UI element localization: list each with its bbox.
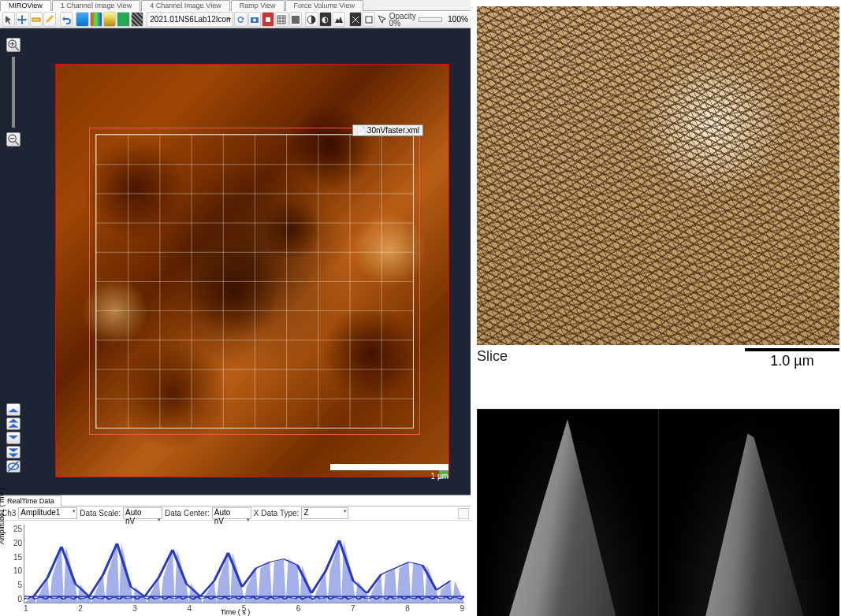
datascale-dropdown[interactable]: Auto nV <box>123 507 162 519</box>
flip-icon[interactable]: ◐ <box>319 12 332 27</box>
levels-icon[interactable] <box>333 12 345 27</box>
palette-3-icon[interactable] <box>103 12 116 27</box>
svg-rect-4 <box>277 16 285 24</box>
channel-dropdown[interactable]: Amplitude1 <box>18 507 77 519</box>
plot-ylabel: Amplitude1 ( mV ) <box>0 487 6 544</box>
zoom-in-button[interactable] <box>6 38 20 52</box>
nav-down-fast-icon[interactable] <box>6 446 20 458</box>
svg-point-2 <box>253 18 256 21</box>
svg-rect-5 <box>292 16 300 24</box>
microscopy-image: Slice 1.0 µm <box>477 6 841 369</box>
view-tabs: MIROView 1 Channel Image View 4 Channel … <box>0 0 471 11</box>
sem-tip-image-1 <box>477 409 658 616</box>
realtime-panel: RealTime Data Ch3 Amplitude1 Data Scale:… <box>0 495 471 616</box>
pointer-tool-icon[interactable] <box>2 12 15 27</box>
plot-canvas <box>24 525 464 603</box>
zoom-percent-label: 100% <box>448 15 468 24</box>
scan-file-label: 30nVfaster.xml <box>367 126 419 135</box>
svg-rect-0 <box>32 18 40 21</box>
datascale-label: Data Scale: <box>80 509 121 518</box>
realtime-tab[interactable]: RealTime Data <box>0 495 61 507</box>
pencil-tool-icon[interactable] <box>43 12 56 27</box>
plot-yticks: 2520151050 <box>8 525 22 603</box>
xdatatype-dropdown[interactable]: Z <box>301 507 348 519</box>
visibility-toggle-icon[interactable] <box>6 460 20 473</box>
layers-icon[interactable] <box>363 12 375 27</box>
grid-icon[interactable] <box>275 12 288 27</box>
file-selector-dropdown[interactable]: 2021.01NS6Lab12Icon <box>147 12 233 27</box>
datacenter-label: Data Center: <box>165 509 210 518</box>
nav-down-icon[interactable] <box>6 432 20 444</box>
camera-icon[interactable] <box>248 12 261 27</box>
tab-4channel[interactable]: 4 Channel Image View <box>141 0 229 11</box>
zoom-out-button[interactable] <box>6 132 20 147</box>
tab-forcevolume[interactable]: Force Volume View <box>285 0 363 11</box>
palette-1-icon[interactable] <box>76 12 88 27</box>
datacenter-dropdown[interactable]: Auto nV <box>212 507 251 519</box>
nav-up-icon[interactable] <box>6 417 20 430</box>
palette-5-icon[interactable] <box>131 12 143 27</box>
contrast-icon[interactable] <box>305 12 318 27</box>
move-tool-icon[interactable] <box>16 12 28 27</box>
nav-up-fast-icon[interactable] <box>6 403 20 416</box>
rt-settings-icon[interactable] <box>458 508 469 519</box>
scan-region-overlay[interactable]: 📄 30nVfaster.xml <box>89 128 420 435</box>
side-nav-buttons <box>6 403 20 473</box>
scan-scalebar: 1 µm <box>330 464 448 481</box>
sem-tip-image-2 <box>658 409 839 616</box>
svg-rect-3 <box>266 17 270 22</box>
main-toolbar: 2021.01NS6Lab12Icon ◐ Opacity 0% 100% <box>0 11 471 28</box>
xdatatype-label: X Data Type: <box>254 509 300 518</box>
slice-label: Slice <box>477 348 508 365</box>
sem-image-row <box>477 409 839 616</box>
palette-2-icon[interactable] <box>90 12 102 27</box>
disk-icon[interactable] <box>289 12 302 27</box>
refresh-icon[interactable] <box>234 12 247 27</box>
opacity-display: Opacity 0% <box>389 13 416 27</box>
svg-rect-7 <box>366 17 372 23</box>
opacity-slider[interactable] <box>419 17 443 22</box>
ruler-tool-icon[interactable] <box>30 12 43 27</box>
afm-scan-image[interactable]: 📄 30nVfaster.xml <box>55 64 449 477</box>
tab-miroview[interactable]: MIROView <box>0 0 51 11</box>
file-selector-value: 2021.01NS6Lab12Icon <box>150 15 230 24</box>
realtime-plot[interactable]: Amplitude1 ( mV ) 2520151050 123456789 T… <box>0 521 471 616</box>
cursor-icon <box>378 15 385 24</box>
micro-scalebar: 1.0 µm <box>745 348 839 369</box>
tab-ramp[interactable]: Ramp View <box>231 0 285 11</box>
file-icon: 📄 <box>356 126 366 135</box>
plot-xlabel: Time ( s ) <box>221 608 251 616</box>
scan-scalebar-label: 1 µm <box>431 472 448 481</box>
tab-1channel[interactable]: 1 Channel Image View <box>52 0 140 11</box>
zoom-slider[interactable] <box>12 57 15 128</box>
stop-icon[interactable] <box>262 12 274 27</box>
undo-icon[interactable] <box>60 12 73 27</box>
micro-scalebar-label: 1.0 µm <box>770 353 813 369</box>
crop-icon[interactable] <box>349 12 362 27</box>
scan-viewport[interactable]: 📄 30nVfaster.xml 1 µm <box>0 28 471 495</box>
palette-4-icon[interactable] <box>117 12 129 27</box>
scan-file-tag[interactable]: 📄 30nVfaster.xml <box>352 124 423 136</box>
